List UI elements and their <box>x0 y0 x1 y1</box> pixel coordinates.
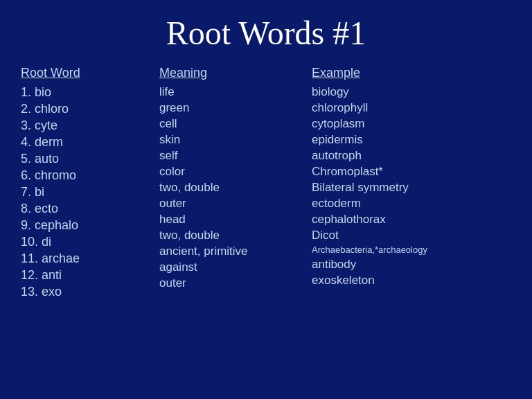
list-item: outer <box>159 197 312 209</box>
page-title: Root Words #1 <box>21 14 511 52</box>
list-item: outer <box>159 277 312 289</box>
list-item: cytoplasm <box>312 118 511 130</box>
list-item: ancient, primitive <box>159 245 312 257</box>
list-item: two, double <box>159 229 312 241</box>
content-grid: Root Word 1. bio 2. chloro 3. cyte 4. de… <box>21 66 511 302</box>
list-item: Bilateral symmetry <box>312 181 511 193</box>
list-item: skin <box>159 134 312 145</box>
list-item: Dicot <box>312 229 511 241</box>
list-item: 3. cyte <box>21 119 159 132</box>
list-item: autotroph <box>312 150 511 161</box>
root-word-column: Root Word 1. bio 2. chloro 3. cyte 4. de… <box>21 66 159 302</box>
list-item: against <box>159 261 312 273</box>
list-item: Archaebacteria,*archaeology <box>312 245 511 254</box>
list-item: 1. bio <box>21 86 159 98</box>
meaning-column: Meaning life green cell skin self color … <box>159 66 312 293</box>
list-item: 8. ecto <box>21 202 159 215</box>
list-item: cell <box>159 118 312 130</box>
list-item: green <box>159 102 312 114</box>
list-item: 10. di <box>21 236 159 248</box>
list-item: head <box>159 213 312 225</box>
list-item: 11. archae <box>21 252 159 265</box>
list-item: color <box>159 166 312 177</box>
list-item: 4. derm <box>21 136 159 148</box>
root-word-header: Root Word <box>21 66 159 80</box>
list-item: cephalothorax <box>312 213 511 225</box>
list-item: 12. anti <box>21 269 159 281</box>
list-item: 5. auto <box>21 152 159 165</box>
list-item: chlorophyll <box>312 102 511 114</box>
example-header: Example <box>312 66 511 80</box>
list-item: 13. exo <box>21 285 159 298</box>
meaning-header: Meaning <box>159 66 312 80</box>
list-item: exoskeleton <box>312 274 511 286</box>
list-item: antibody <box>312 258 511 270</box>
list-item: Chromoplast* <box>312 166 511 177</box>
list-item: self <box>159 150 312 161</box>
list-item: epidermis <box>312 134 511 145</box>
page-container: Root Words #1 Root Word 1. bio 2. chloro… <box>0 0 532 399</box>
list-item: two, double <box>159 181 312 193</box>
example-column: Example biology chlorophyll cytoplasm ep… <box>312 66 511 290</box>
list-item: ectoderm <box>312 197 511 209</box>
list-item: 9. cephalo <box>21 219 159 231</box>
list-item: biology <box>312 86 511 98</box>
list-item: 7. bi <box>21 186 159 198</box>
list-item: 6. chromo <box>21 169 159 181</box>
list-item: life <box>159 86 312 98</box>
list-item: 2. chloro <box>21 103 159 115</box>
